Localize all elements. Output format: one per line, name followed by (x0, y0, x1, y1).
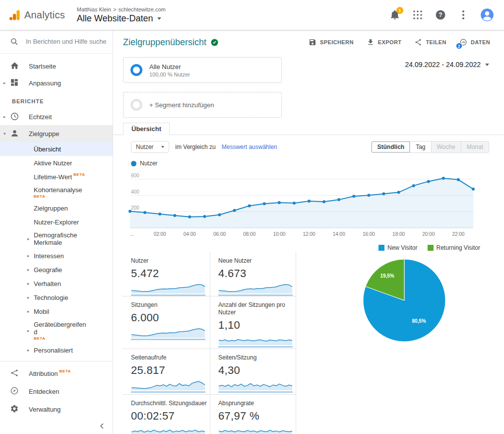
sidebar-item-benchmarking[interactable]: ▸Benchmarking (0, 357, 113, 361)
chevron-right-icon: ▸ (27, 309, 30, 314)
sidebar-item-zielgruppe[interactable]: ▾Zielgruppe (0, 125, 113, 142)
sidebar-item-entdecken[interactable]: Entdecken (0, 382, 113, 400)
sidebar-item-label: Attribution (29, 370, 58, 377)
action-label: DATEN (471, 39, 490, 45)
action-daten[interactable]: 2DATEN (459, 38, 490, 46)
date-range-selector[interactable]: 24.09.2022 - 24.09.2022 (405, 61, 489, 69)
help-button[interactable]: ? (435, 9, 446, 21)
svg-text:06:00: 06:00 (213, 231, 226, 237)
action-label: SPEICHERN (320, 39, 354, 45)
chevron-right-icon: ▸ (27, 254, 30, 258)
view-selector[interactable]: Alle Website-Daten (77, 13, 166, 24)
granularity-stündlich[interactable]: Stündlich (372, 142, 410, 152)
sidebar-item-technologie[interactable]: ▸Technologie (0, 290, 113, 304)
granularity-toggle: StündlichTagWocheMonat (371, 141, 489, 153)
chevron-right-icon: ▸ (3, 81, 6, 85)
sidebar-item-uebersicht[interactable]: Übersicht (0, 142, 113, 156)
metric-card-sitzungsdauer: Durchschnittl. Sitzungsdauer00:02:57 (123, 394, 210, 434)
avatar[interactable] (480, 8, 494, 22)
breadcrumb-property[interactable]: schlechtewitze.com (118, 6, 165, 12)
sidebar-item-startseite[interactable]: Startseite (0, 58, 113, 74)
svg-text:?: ? (439, 11, 442, 18)
breadcrumb[interactable]: Matthias Klein > schlechtewitze.com (77, 6, 166, 12)
breadcrumb-separator: > (113, 6, 116, 12)
gear-icon (10, 404, 20, 414)
customization-icon (10, 78, 20, 88)
metric-sparkline (218, 380, 293, 393)
add-segment-button[interactable]: + Segment hinzufügen (123, 92, 282, 118)
svg-text:02:00: 02:00 (154, 231, 166, 237)
notifications-button[interactable]: 1 (389, 9, 401, 21)
chevron-right-icon: ▸ (27, 348, 30, 353)
segment-radio-icon (130, 64, 142, 76)
sidebar-item-label: Entdecken (29, 388, 59, 395)
metric-label: Nutzer (131, 257, 209, 265)
sidebar-item-mobil[interactable]: ▸Mobil (0, 304, 113, 318)
apps-grid-button[interactable] (412, 9, 424, 21)
metric-label: Neue Nutzer (218, 257, 296, 265)
sidebar-item-lifetime-wert[interactable]: Lifetime-WertBETA (0, 170, 113, 184)
sidebar-item-geraeteuebergreifend[interactable]: ▸GeräteübergreifendBETA (0, 318, 113, 343)
sidebar-item-echtzeit[interactable]: ▸Echtzeit (0, 108, 113, 125)
metric-sparkline (131, 426, 205, 434)
page-title: Zielgruppenübersicht (123, 37, 206, 48)
metric-select-value: Nutzer (136, 144, 153, 150)
add-segment-radio-icon (130, 99, 142, 111)
sidebar-item-verwaltung[interactable]: Verwaltung (0, 400, 113, 418)
visitor-type-legend: New VisitorReturning Visitor (378, 244, 480, 251)
attribution-icon (10, 368, 20, 378)
sidebar-search[interactable] (0, 30, 113, 54)
sidebar-item-nutzer-explorer[interactable]: Nutzer-Explorer (0, 215, 113, 229)
svg-text:80,5%: 80,5% (412, 318, 426, 324)
granularity-tag[interactable]: Tag (410, 142, 431, 152)
sidebar-item-anpassung[interactable]: ▸Anpassung (0, 74, 113, 91)
sidebar-item-kohortenanalyse[interactable]: KohortenanalyseBETA (0, 184, 113, 201)
metric-label: Seitenaufrufe (131, 354, 209, 362)
metric-value: 00:02:57 (131, 410, 210, 423)
chevron-right-icon: ▸ (3, 115, 6, 119)
sidebar-item-verhalten[interactable]: ▸Verhalten (0, 277, 113, 290)
sidebar-item-aktive-nutzer[interactable]: Aktive Nutzer (0, 156, 113, 170)
sidebar-item-label: Technologie (34, 294, 68, 301)
sidebar-item-label: Echtzeit (29, 113, 52, 121)
analytics-logo[interactable]: Analytics (0, 8, 72, 22)
search-input[interactable] (26, 38, 109, 45)
svg-text:19,5%: 19,5% (380, 273, 394, 279)
sidebar-collapse-button[interactable] (0, 418, 113, 434)
action-speichern[interactable]: SPEICHERN (309, 38, 354, 46)
sidebar-item-label: Interessen (34, 252, 64, 260)
sidebar-item-label: Zielgruppen (34, 205, 68, 212)
more-menu-button[interactable] (457, 9, 469, 21)
action-teilen[interactable]: TEILEN (414, 38, 446, 46)
chevron-right-icon: ▸ (27, 329, 30, 333)
beta-badge: BETA (73, 172, 85, 177)
sidebar-item-personalisiert[interactable]: ▸Personalisiert (0, 343, 113, 357)
sidebar-item-label: Mobil (34, 308, 49, 315)
metric-value: 1,10 (218, 319, 296, 332)
save-icon (309, 38, 316, 46)
beta-badge: BETA (34, 194, 45, 199)
sidebar-item-demografische-merkmale[interactable]: ▸Demografische Merkmale (0, 229, 113, 249)
action-export[interactable]: EXPORT (367, 38, 402, 46)
sidebar-item-label: Zielgruppe (29, 130, 59, 138)
svg-text:16:00: 16:00 (363, 231, 375, 237)
sidebar-item-label: Lifetime-Wert (34, 173, 72, 181)
sidebar-item-zielgruppen[interactable]: Zielgruppen (0, 201, 113, 215)
segments-section: Alle Nutzer 100,00 % Nutzer + Segment hi… (113, 55, 504, 123)
select-metric-link[interactable]: Messwert auswählen (222, 144, 277, 150)
metric-sparkline (131, 380, 205, 393)
sidebar-item-label: Verhalten (34, 280, 61, 288)
metric-select[interactable]: Nutzer (131, 141, 169, 153)
sidebar-item-attribution[interactable]: AttributionBETA (0, 364, 113, 382)
sidebar-item-geografie[interactable]: ▸Geografie (0, 263, 113, 277)
sidebar-item-label: Nutzer-Explorer (34, 218, 79, 226)
segment-all-users[interactable]: Alle Nutzer 100,00 % Nutzer (123, 57, 282, 83)
sidebar-item-interessen[interactable]: ▸Interessen (0, 249, 113, 263)
breadcrumb-account[interactable]: Matthias Klein (77, 6, 111, 12)
metrics-grid: Nutzer5.472Neue Nutzer4.673Sitzungen6.00… (123, 252, 296, 434)
clock-icon (10, 112, 20, 122)
metric-label: Anzahl der Sitzungen pro Nutzer (218, 301, 296, 316)
granularity-woche: Woche (431, 142, 461, 152)
svg-text:04:00: 04:00 (184, 231, 196, 237)
tab-uebersicht[interactable]: Übersicht (123, 123, 170, 135)
